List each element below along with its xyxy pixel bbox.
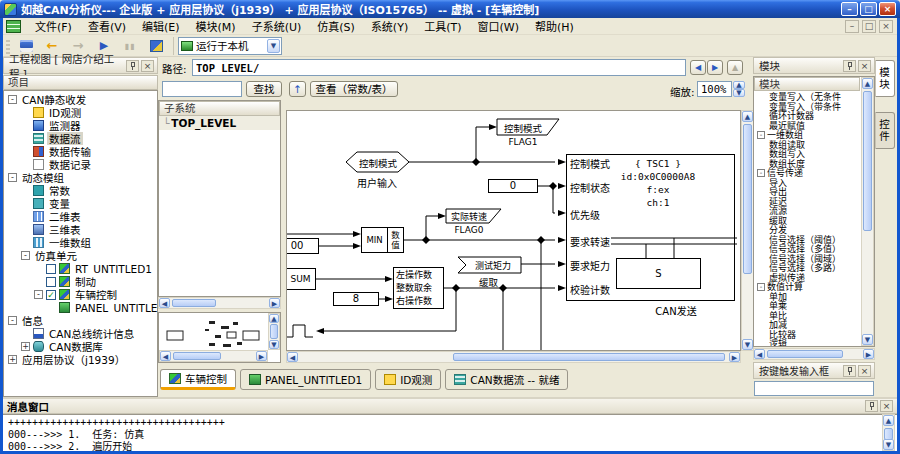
view-button[interactable]: 查看（常数/表） (310, 81, 398, 97)
project-tree-item[interactable]: 常数 (5, 184, 157, 197)
mod-block[interactable]: 左操作数整数取余右操作数 (393, 267, 444, 309)
project-tree-item[interactable]: +应用层协议（j1939） (5, 353, 157, 366)
up-level-button[interactable]: ↑ (289, 81, 306, 97)
diagram-canvas[interactable]: 控制模式 用户输入 控制模式 FLAG1 实际转速 FLAG0 0 00 MIN… (286, 110, 741, 351)
project-tree-item[interactable]: CAN总线统计信息 (5, 327, 157, 340)
module-tree-item[interactable]: 信号选择（多值） (755, 244, 860, 254)
pin-icon[interactable] (865, 400, 878, 412)
project-tree-item[interactable]: -✓车辆控制 (5, 288, 157, 301)
project-tree-item[interactable]: 数据记录 (5, 158, 157, 171)
module-tree-item[interactable]: 信号选择（阈值） (755, 235, 860, 245)
const00-block[interactable]: 00 (286, 238, 319, 254)
import-flag0-block[interactable]: 实际转速 (448, 210, 490, 223)
scroll-right-icon[interactable]: ▶ (269, 298, 280, 308)
module-tree-item[interactable]: 逻辑 (755, 339, 860, 346)
module-tree-item[interactable]: -信号传递 (755, 168, 860, 178)
module-tree-item[interactable]: 导入 (755, 178, 860, 188)
project-tree-item[interactable]: -仿真单元 (5, 249, 157, 262)
scroll-up-icon[interactable]: ▲ (269, 314, 279, 323)
module-tree-item[interactable]: 最近赋值 (755, 121, 860, 131)
scroll-thumb[interactable] (767, 350, 843, 358)
mdi-close-button[interactable]: × (879, 20, 893, 33)
pin-icon[interactable] (843, 60, 856, 72)
scroll-down-icon[interactable]: ▼ (862, 334, 873, 345)
tree-expander-icon[interactable]: + (8, 355, 17, 364)
mdi-restore-button[interactable]: □ (862, 20, 876, 33)
project-tree-item[interactable]: -动态模组 (5, 171, 157, 184)
tree-expander-icon[interactable]: - (8, 316, 17, 325)
module-tree-item[interactable]: 导出 (755, 187, 860, 197)
scroll-left-icon[interactable]: ◀ (287, 352, 298, 362)
min-block[interactable]: MIN 数值 (361, 227, 404, 253)
export-flag1-block[interactable]: 控制模式 (500, 121, 546, 135)
side-tab-controls[interactable]: 控件 (875, 112, 895, 149)
menu-item[interactable]: 工具(T) (416, 17, 469, 35)
tree-expander-icon[interactable]: - (757, 169, 765, 177)
tree-expander-icon[interactable]: - (21, 251, 30, 260)
module-tree-item[interactable]: 流源 (755, 206, 860, 216)
sum-block[interactable]: SUM (286, 268, 316, 290)
scroll-down-icon[interactable]: ▼ (742, 339, 753, 350)
subsystem-item[interactable]: └ TOP_LEVEL (159, 116, 280, 130)
scroll-thumb[interactable] (173, 352, 221, 360)
module-tree-item[interactable]: 信号选择（阈域） (755, 254, 860, 264)
minimap-panel[interactable]: ▲ ▼ ◀ ▶ (158, 312, 281, 363)
mdi-minimize-button[interactable]: – (845, 20, 859, 33)
close-icon[interactable]: × (858, 365, 871, 377)
chevron-down-icon[interactable]: ▼ (267, 39, 280, 53)
document-tab[interactable]: PANEL_UNTITLED1 (240, 369, 371, 390)
tree-expander-icon[interactable]: - (34, 290, 43, 299)
project-tree-item[interactable]: PANEL_UNTITLED1 (5, 301, 157, 314)
module-tree-item[interactable]: -数值计算 (755, 282, 860, 292)
module-tree-item[interactable]: 单乘 (755, 301, 860, 311)
project-tree-item[interactable]: 三维表 (5, 223, 157, 236)
scroll-thumb[interactable] (453, 353, 725, 361)
project-tree-item[interactable]: -CAN静态收发 (5, 93, 157, 106)
menu-item[interactable]: 子系统(U) (244, 17, 310, 35)
search-input[interactable] (162, 81, 242, 97)
side-tab-modules[interactable]: 模块 (875, 60, 895, 97)
scroll-thumb[interactable] (270, 324, 278, 339)
tree-expander-icon[interactable]: + (21, 342, 30, 351)
module-tree-item[interactable]: 单比 (755, 311, 860, 321)
hex-input-block[interactable]: 控制模式 (349, 156, 407, 170)
tree-expander-icon[interactable]: - (8, 95, 17, 104)
module-tree-item[interactable]: 变量写入（无条件 (755, 92, 860, 102)
tree-expander-icon[interactable]: - (757, 283, 765, 291)
minimap-hscrollbar[interactable]: ◀ ▶ (159, 350, 268, 362)
project-tree-item[interactable]: 二维表 (5, 210, 157, 223)
close-icon[interactable]: × (858, 60, 871, 72)
scroll-thumb[interactable] (743, 124, 752, 274)
canvas-hscrollbar[interactable]: ◀ ▶ (286, 351, 741, 363)
minimize-button[interactable]: – (841, 2, 858, 16)
project-tree-item[interactable]: 数据传输 (5, 145, 157, 158)
project-tree-item[interactable]: 监测器 (5, 119, 157, 132)
scroll-down-icon[interactable]: ▼ (883, 439, 894, 450)
can-send-inner-block[interactable]: S (616, 258, 701, 289)
close-button[interactable]: × (879, 2, 896, 16)
module-vscrollbar[interactable]: ▲ ▼ (861, 77, 874, 346)
module-tree-item[interactable]: 加减 (755, 320, 860, 330)
menu-item[interactable]: 编辑(E) (134, 17, 188, 35)
project-tree-item[interactable]: 一维数组 (5, 236, 157, 249)
tree-checkbox[interactable]: ✓ (46, 290, 56, 300)
tree-expander-icon[interactable]: - (757, 131, 765, 139)
nav-forward-icon[interactable]: ▶ (707, 60, 723, 75)
scroll-up-icon[interactable]: ▲ (742, 111, 753, 122)
scroll-thumb[interactable] (172, 299, 216, 307)
build-button[interactable] (144, 36, 168, 56)
pin-icon[interactable] (843, 365, 856, 377)
document-tab[interactable]: CAN数据流 -- 就绪 (445, 369, 568, 390)
project-tree-item[interactable]: RT_UNTITLED1 (5, 262, 157, 275)
project-tree-item[interactable]: 数据流 (5, 132, 157, 145)
run-target-combobox[interactable]: 运行于本机 ▼ (178, 37, 282, 55)
key-trigger-input[interactable] (754, 381, 874, 396)
scroll-left-icon[interactable]: ◀ (159, 298, 170, 308)
menu-item[interactable]: 模块(M) (188, 17, 244, 35)
message-window-content[interactable]: ++++++++++++++++++++++++++++++++++++000-… (3, 414, 897, 451)
pin-icon[interactable] (126, 60, 139, 72)
title-bar[interactable]: 如越CAN分析仪--- 企业版 + 应用层协议（j1939） + 应用层协议（I… (0, 0, 900, 18)
spinner-up-icon[interactable]: ▲ (733, 81, 745, 89)
tree-checkbox[interactable] (46, 277, 56, 287)
nav-back-icon[interactable]: ◀ (690, 60, 706, 75)
